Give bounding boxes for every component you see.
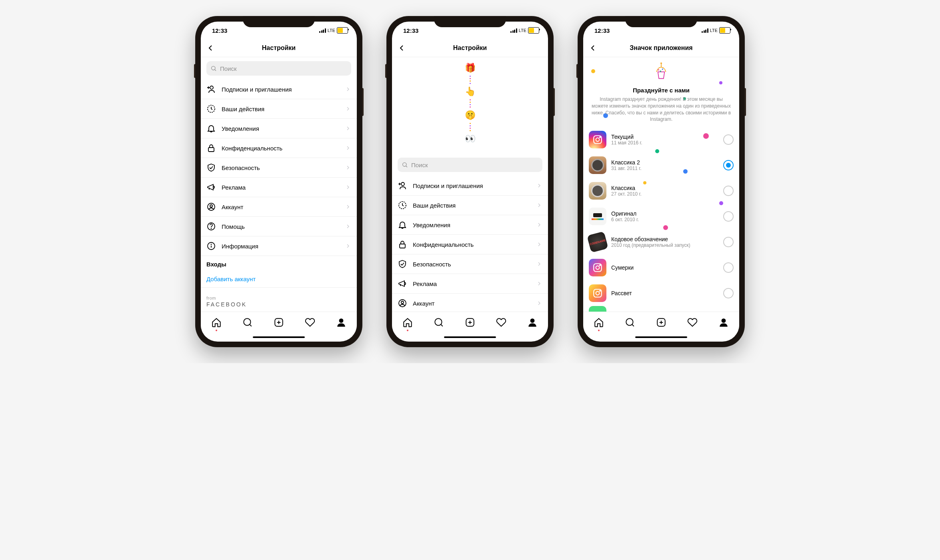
radio-button[interactable] [723, 262, 734, 273]
screen: 12:33 LTE Значок приложения [583, 22, 739, 342]
app-icon-current [589, 131, 606, 148]
radio-button[interactable] [723, 211, 734, 222]
settings-item-about[interactable]: Информация [201, 236, 357, 256]
settings-item-privacy[interactable]: Конфиденциальность [392, 235, 548, 254]
chevron-right-icon [345, 243, 351, 249]
account-icon [398, 298, 407, 308]
activity-icon [398, 200, 407, 210]
home-tab[interactable] [211, 317, 222, 328]
icon-option-codename[interactable]: CODENAMEКодовое обозначение2010 год (пре… [583, 229, 739, 255]
notification-dot [598, 330, 600, 331]
content-area[interactable]: 🎁 👆 🤫 👀 Поиск Подписки и приглашенияВаши… [392, 57, 548, 312]
settings-item-ads[interactable]: Реклама [392, 274, 548, 294]
footer-brand: from FACEBOOK [201, 288, 357, 312]
search-icon [402, 162, 408, 168]
icon-option-original[interactable]: Оригинал6 окт. 2010 г. [583, 204, 739, 229]
confetti-dot [655, 149, 659, 153]
activity-tab[interactable] [496, 317, 506, 328]
icon-option-sunrise[interactable]: Рассвет [583, 280, 739, 306]
settings-item-follow-invite[interactable]: Подписки и приглашения [201, 80, 357, 99]
settings-item-notifications[interactable]: Уведомления [392, 215, 548, 235]
network-label: LTE [519, 28, 526, 33]
svg-point-20 [403, 163, 406, 166]
settings-item-security[interactable]: Безопасность [201, 158, 357, 178]
home-tab[interactable] [594, 317, 604, 328]
icon-option-classic2[interactable]: Классика 231 авг. 2011 г. [583, 152, 739, 178]
content-area[interactable]: Поиск Подписки и приглашенияВаши действи… [201, 57, 357, 312]
network-label: LTE [710, 28, 718, 33]
activity-tab[interactable] [687, 317, 698, 328]
settings-item-follow-invite[interactable]: Подписки и приглашения [392, 176, 548, 196]
celebrate-title: Празднуйте с нами [591, 87, 731, 94]
status-time: 12:33 [403, 27, 418, 34]
back-button[interactable] [397, 43, 406, 53]
icon-option-twilight[interactable]: Сумерки [583, 255, 739, 280]
search-placeholder: Поиск [411, 162, 428, 168]
settings-item-help[interactable]: Помощь [201, 217, 357, 236]
battery-icon [528, 27, 539, 34]
chevron-right-icon [536, 280, 542, 287]
settings-label: Помощь [222, 223, 339, 230]
notch [625, 16, 697, 27]
chevron-right-icon [536, 182, 542, 189]
svg-point-42 [660, 70, 661, 72]
easter-egg-trail[interactable]: 🎁 👆 🤫 👀 [392, 57, 548, 154]
icon-option-classic[interactable]: Классика27 окт. 2010 г. [583, 178, 739, 204]
settings-item-activity[interactable]: Ваши действия [392, 196, 548, 215]
back-button[interactable] [206, 43, 215, 53]
radio-button[interactable] [723, 160, 734, 170]
home-indicator[interactable] [201, 333, 357, 342]
search-tab[interactable] [434, 317, 444, 328]
settings-item-account[interactable]: Аккаунт [392, 294, 548, 312]
cupcake-icon [651, 61, 671, 81]
settings-label: Реклама [413, 280, 530, 287]
add-account-link[interactable]: Добавить аккаунт [201, 271, 357, 288]
security-icon [206, 163, 216, 172]
search-icon [210, 65, 217, 72]
profile-tab[interactable] [527, 317, 538, 328]
settings-item-privacy[interactable]: Конфиденциальность [201, 138, 357, 158]
radio-button[interactable] [723, 134, 734, 145]
svg-point-52 [600, 290, 600, 291]
search-tab[interactable] [242, 317, 253, 328]
svg-point-41 [662, 68, 663, 70]
search-placeholder: Поиск [220, 65, 237, 72]
add-tab[interactable] [656, 317, 666, 328]
settings-item-activity[interactable]: Ваши действия [201, 99, 357, 119]
add-tab[interactable] [465, 317, 475, 328]
radio-button[interactable] [723, 288, 734, 298]
notifications-icon [398, 220, 407, 230]
radio-button[interactable] [723, 237, 734, 247]
search-input[interactable]: Поиск [398, 158, 542, 172]
svg-rect-26 [400, 244, 405, 248]
search-tab[interactable] [625, 317, 635, 328]
pointing-emoji: 👆 [465, 86, 476, 97]
logins-header: Входы [201, 256, 357, 271]
radio-button[interactable] [723, 186, 734, 196]
settings-item-ads[interactable]: Реклама [201, 178, 357, 197]
settings-item-notifications[interactable]: Уведомления [201, 119, 357, 138]
profile-tab[interactable] [336, 317, 346, 328]
svg-point-51 [596, 292, 600, 295]
settings-label: Ваши действия [413, 202, 530, 209]
add-tab[interactable] [274, 317, 284, 328]
app-icon-sunrise [589, 284, 606, 302]
home-indicator[interactable] [583, 333, 739, 342]
app-icon-classic2 [589, 156, 606, 174]
home-indicator[interactable] [392, 333, 548, 342]
app-icon-twilight [589, 259, 606, 276]
svg-point-58 [722, 318, 726, 323]
content-area[interactable]: Празднуйте с нами Instagram празднует де… [583, 57, 739, 312]
search-input[interactable]: Поиск [206, 61, 351, 76]
settings-item-account[interactable]: Аккаунт [201, 197, 357, 217]
phone-mockup-2: 12:33 LTE Настройки 🎁 👆 🤫 👀 [386, 16, 554, 347]
icon-option-current[interactable]: Текущий11 мая 2016 г. [583, 127, 739, 152]
back-button[interactable] [588, 43, 598, 53]
profile-tab[interactable] [718, 317, 729, 328]
settings-label: Ваши действия [222, 106, 339, 112]
home-tab[interactable] [402, 317, 413, 328]
settings-item-security[interactable]: Безопасность [392, 254, 548, 274]
activity-tab[interactable] [305, 317, 315, 328]
icon-info: Кодовое обозначение2010 год (предварител… [611, 236, 718, 248]
settings-label: Конфиденциальность [222, 145, 339, 152]
